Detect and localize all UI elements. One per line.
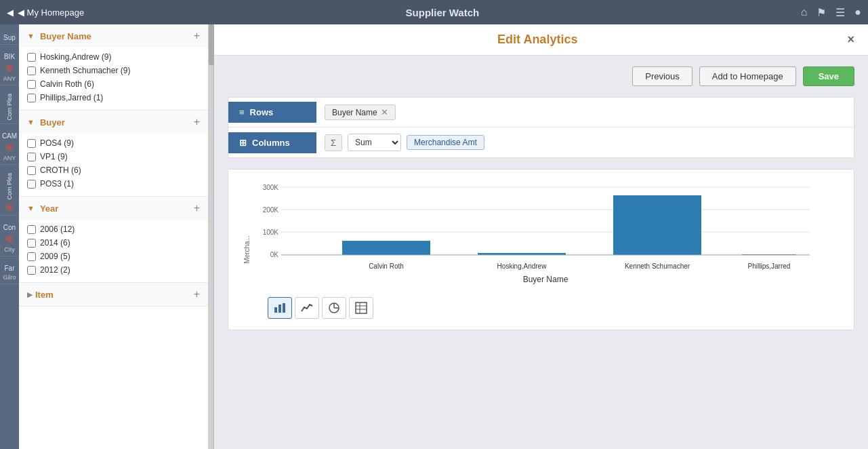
buyer-name-tag[interactable]: Buyer Name ✕: [325, 104, 396, 120]
filter-section-item-header[interactable]: ▶ Item +: [19, 283, 208, 306]
pivot-columns-label: ⊞ Columns: [228, 132, 316, 153]
scrollbar-thumb[interactable]: [209, 24, 214, 65]
chart-container: Mercha... 300K 200K: [228, 169, 854, 330]
home-icon[interactable]: ⌂: [801, 6, 808, 18]
sigma-label: Σ: [331, 138, 336, 148]
rows-icon: ≡: [239, 107, 245, 117]
buyer-name-label-4: Phillips,Jarred (1): [40, 93, 103, 102]
list-item: Calvin Roth (6): [27, 77, 200, 91]
line-chart-icon: [301, 302, 313, 314]
sidebar-con[interactable]: Con ⊗ City: [0, 221, 19, 256]
sidebar-bik[interactable]: BIK ⊗ ANY: [0, 50, 19, 85]
sidebar-com-plea-2[interactable]: Com Plea ⊗: [0, 170, 19, 216]
bar-kenneth-schumacher: [613, 195, 701, 255]
chart-svg-area: 300K 200K 100K 0K Calvin Roth Hosking,An…: [254, 180, 843, 319]
add-year-icon[interactable]: +: [194, 202, 200, 214]
back-label[interactable]: ◀ My Homepage: [18, 7, 84, 18]
menu-icon[interactable]: ☰: [835, 6, 845, 19]
buyer-name-label-1: Hosking,Andrew (9): [40, 52, 111, 62]
chart-type-pie-button[interactable]: [322, 297, 346, 319]
buyer-name-check-3[interactable]: [27, 80, 36, 89]
buyer-check-1[interactable]: [27, 139, 36, 148]
back-arrow-icon: ◀: [7, 7, 14, 18]
save-button[interactable]: Save: [803, 66, 854, 86]
pivot-columns-row: ⊞ Columns Σ Sum Count Average Merchandis…: [228, 128, 854, 157]
y-tick-100k: 100K: [263, 229, 279, 236]
buyer-name-label-2: Kenneth Schumacher (9): [40, 66, 130, 75]
bar-label-hosking-andrew: Hosking,Andrew: [497, 262, 547, 270]
table-chart-icon: [355, 302, 367, 314]
com-plea-2-label: Com Plea: [6, 173, 13, 200]
app-title: Supplier Watch: [84, 7, 801, 18]
filter-section-item: ▶ Item +: [19, 283, 208, 307]
buyer-label-4: POS3 (1): [40, 179, 74, 189]
sidebar-far[interactable]: Far Gilro: [0, 262, 19, 284]
year-label-1: 2006 (12): [40, 224, 75, 234]
bar-chart-icon: [274, 302, 286, 314]
close-button[interactable]: ×: [847, 33, 854, 47]
filter-panel: ▼ Buyer Name + Hosking,Andrew (9) Kennet…: [19, 24, 209, 449]
filter-section-buyer-name-header[interactable]: ▼ Buyer Name +: [19, 24, 208, 47]
top-nav-icons: ⌂ ⚑ ☰ ●: [801, 6, 861, 19]
chart-wrapper: Mercha... 300K 200K: [239, 180, 843, 319]
add-buyer-icon[interactable]: +: [194, 116, 200, 128]
back-button[interactable]: ◀ ◀ My Homepage: [7, 7, 84, 18]
chart-type-line-button[interactable]: [295, 297, 319, 319]
buyer-name-tag-label: Buyer Name: [332, 108, 377, 117]
sidebar-cam[interactable]: CAM ⊗ ANY: [0, 130, 19, 165]
chart-type-buttons: [254, 297, 843, 319]
buyer-check-2[interactable]: [27, 153, 36, 161]
close-icon-3[interactable]: ⊗: [5, 201, 14, 212]
close-icon-2[interactable]: ⊗: [5, 142, 14, 153]
aggregation-select[interactable]: Sum Count Average: [348, 134, 401, 151]
year-items: 2006 (12) 2014 (6) 2009 (5) 2012 (2): [19, 220, 208, 282]
buyer-name-title: Buyer Name: [40, 31, 91, 41]
buyer-items: POS4 (9) VP1 (9) CROTH (6) POS3 (1): [19, 134, 208, 196]
year-check-3[interactable]: [27, 252, 36, 261]
x-axis-label: Buyer Name: [523, 275, 569, 284]
filter-section-buyer-header[interactable]: ▼ Buyer +: [19, 111, 208, 134]
merchandise-amt-tag[interactable]: Merchandise Amt: [407, 135, 484, 150]
svg-rect-7: [283, 303, 285, 313]
item-title: Item: [35, 290, 54, 300]
sidebar-com-plea[interactable]: Com Plea: [0, 91, 19, 124]
com-plea-label: Com Plea: [6, 94, 13, 121]
chart-type-table-button[interactable]: [349, 297, 373, 319]
filter-section-year-header[interactable]: ▼ Year +: [19, 197, 208, 220]
chart-type-bar-button[interactable]: [268, 297, 292, 319]
buyer-check-4[interactable]: [27, 180, 36, 189]
list-item: 2006 (12): [27, 222, 200, 236]
add-buyer-name-icon[interactable]: +: [194, 30, 200, 42]
buyer-name-check-4[interactable]: [27, 94, 36, 102]
columns-icon: ⊞: [239, 138, 247, 148]
user-icon[interactable]: ●: [854, 6, 861, 18]
tag-close-icon[interactable]: ✕: [381, 107, 388, 117]
buyer-title: Buyer: [40, 117, 65, 128]
svg-rect-5: [274, 307, 277, 313]
list-item: Phillips,Jarred (1): [27, 91, 200, 104]
year-check-4[interactable]: [27, 266, 36, 275]
list-item: CROTH (6): [27, 163, 200, 177]
buyer-name-check-1[interactable]: [27, 53, 36, 62]
list-item: 2009 (5): [27, 250, 200, 263]
add-item-icon[interactable]: +: [194, 288, 200, 300]
filter-scrollbar[interactable]: [209, 24, 214, 449]
buyer-name-check-2[interactable]: [27, 66, 36, 75]
list-item: 2014 (6): [27, 236, 200, 250]
bar-label-calvin-roth: Calvin Roth: [369, 262, 404, 270]
modal-body: Previous Add to Homepage Save ≡ Rows Buy…: [214, 56, 868, 449]
close-icon-4[interactable]: ⊗: [5, 233, 14, 244]
list-item: POS4 (9): [27, 136, 200, 150]
flag-icon[interactable]: ⚑: [817, 6, 826, 19]
close-icon[interactable]: ⊗: [5, 62, 14, 73]
add-homepage-button[interactable]: Add to Homepage: [699, 66, 796, 86]
previous-button[interactable]: Previous: [632, 66, 693, 86]
year-check-2[interactable]: [27, 239, 36, 248]
arrow-icon-year: ▼: [27, 204, 35, 212]
sidebar-sup[interactable]: Sup: [0, 31, 19, 45]
filter-section-buyer: ▼ Buyer + POS4 (9) VP1 (9) CROTH (6): [19, 111, 208, 197]
buyer-label-2: VP1 (9): [40, 152, 68, 161]
buyer-check-3[interactable]: [27, 166, 36, 175]
list-item: Hosking,Andrew (9): [27, 50, 200, 64]
year-check-1[interactable]: [27, 225, 36, 234]
